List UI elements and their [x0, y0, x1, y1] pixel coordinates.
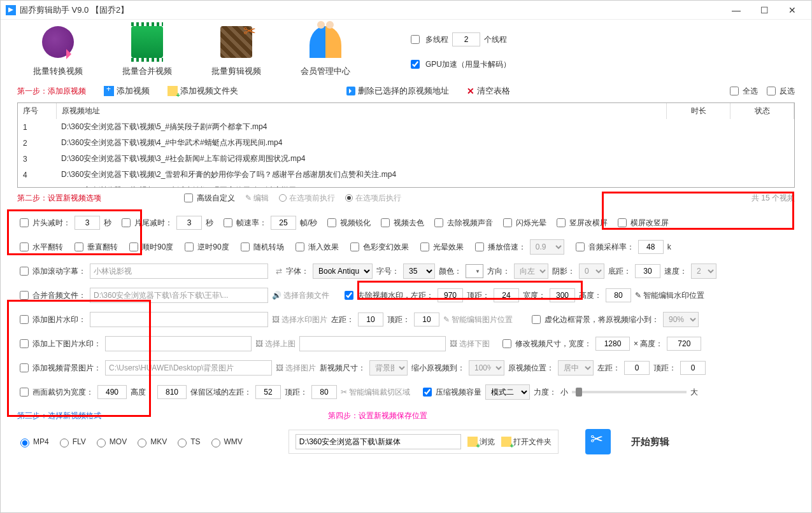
select-wm-img-button[interactable]: 🖼选择水印图片: [272, 314, 327, 325]
keep-left-input[interactable]: [255, 385, 281, 399]
wm-width-input[interactable]: [550, 288, 575, 302]
resize-h-input[interactable]: [667, 337, 701, 351]
tail-trim-checkbox[interactable]: 片尾减时：: [119, 216, 173, 229]
smart-wm-button[interactable]: ✎智能编辑水印位置: [635, 290, 704, 301]
vflip-checkbox[interactable]: 垂直翻转: [72, 241, 118, 253]
wm-height-input[interactable]: [606, 288, 631, 302]
head-trim-checkbox[interactable]: 片头减时：: [17, 216, 71, 229]
compress-checkbox[interactable]: 压缩视频容量: [420, 386, 481, 398]
rand-trans-checkbox[interactable]: 随机转场: [238, 241, 284, 253]
bg-img-checkbox[interactable]: 添加视频背景图片：: [17, 362, 101, 374]
fmt-ts[interactable]: TS: [175, 437, 200, 447]
font-swap-icon[interactable]: ⇄: [276, 267, 282, 276]
v2h-checkbox[interactable]: 竖屏改横屏: [554, 216, 608, 229]
close-button[interactable]: ✕: [778, 1, 806, 19]
audio-path-input[interactable]: [90, 288, 268, 303]
keep-top-input[interactable]: [311, 385, 337, 399]
resize-w-input[interactable]: [595, 337, 630, 351]
pos-left-input[interactable]: [624, 361, 650, 375]
text-speed-select[interactable]: 2: [691, 264, 716, 279]
clear-table-button[interactable]: ✕ 清空表格: [467, 85, 510, 97]
save-path-input[interactable]: [296, 434, 461, 449]
tail-trim-input[interactable]: [176, 216, 202, 230]
add-folder-button[interactable]: 添加视频文件夹: [167, 85, 238, 97]
color-shift-checkbox[interactable]: 色彩变幻效果: [348, 241, 409, 253]
samplerate-checkbox[interactable]: 音频采样率：: [573, 241, 634, 253]
img-top-input[interactable]: [414, 313, 439, 327]
table-row[interactable]: 3D:\360安全浏览器下载\视频\3_#社会新闻#上车前记得观察周围状况.mp…: [18, 151, 794, 167]
advanced-checkbox[interactable]: 高级自定义: [182, 192, 235, 204]
select-bottom-button[interactable]: 🖼选择下图: [450, 339, 490, 349]
bg-path-input[interactable]: [105, 360, 272, 376]
merge-tool[interactable]: 批量合并视频: [109, 26, 185, 77]
convert-tool[interactable]: 批量转换视频: [20, 26, 96, 77]
edit-tool[interactable]: 批量剪辑视频: [198, 26, 274, 77]
fps-input[interactable]: [271, 216, 296, 230]
maximize-button[interactable]: ☐: [750, 1, 778, 19]
pos-top-input[interactable]: [680, 361, 706, 375]
minimize-button[interactable]: —: [722, 1, 750, 19]
sharpen-checkbox[interactable]: 视频锐化: [325, 216, 371, 229]
fps-checkbox[interactable]: 帧速率：: [221, 216, 267, 229]
bg-mode-select[interactable]: 背景图: [369, 360, 408, 376]
pos-select[interactable]: 居中: [558, 360, 594, 376]
blur-edge-checkbox[interactable]: 虚化边框背景，将原视频缩小到：: [529, 313, 659, 326]
font-select[interactable]: Book Antiqua: [313, 264, 373, 279]
open-folder-button[interactable]: 打开文件夹: [501, 437, 552, 447]
compress-mode-select[interactable]: 模式二: [485, 384, 530, 400]
smart-img-button[interactable]: ✎智能编辑图片位置: [443, 314, 513, 325]
fmt-mp4[interactable]: MP4: [17, 437, 49, 447]
mute-checkbox[interactable]: 去除视频声音: [432, 216, 493, 229]
flash-checkbox[interactable]: 闪烁光晕: [501, 216, 546, 229]
speed-checkbox[interactable]: 播放倍速：: [473, 241, 526, 253]
merge-audio-checkbox[interactable]: 合并音频文件：: [17, 289, 86, 302]
browse-button[interactable]: 浏览: [467, 437, 495, 447]
blur-select[interactable]: 90%: [663, 312, 699, 327]
scrolltext-checkbox[interactable]: 添加滚动字幕：: [17, 265, 86, 278]
select-all-checkbox[interactable]: 全选: [727, 85, 758, 97]
intensity-slider[interactable]: [572, 391, 687, 393]
fontsize-select[interactable]: 35: [403, 264, 435, 279]
ccw90-checkbox[interactable]: 逆时90度: [182, 241, 229, 253]
halo-checkbox[interactable]: 光晕效果: [418, 241, 464, 253]
exec-before-radio[interactable]: 在选项前执行: [279, 193, 335, 204]
h2v-checkbox[interactable]: 横屏改竖屏: [615, 216, 669, 229]
font-color-picker[interactable]: [466, 264, 483, 278]
crop-h-input[interactable]: [157, 385, 187, 399]
hflip-checkbox[interactable]: 水平翻转: [17, 241, 63, 253]
fmt-mkv[interactable]: MKV: [134, 437, 167, 447]
add-video-button[interactable]: 添加视频: [104, 85, 150, 97]
table-row[interactable]: 4D:\360安全浏览器下载\视频\2_雪碧和牙膏的妙用你学会了吗？感谢平台感谢…: [18, 167, 794, 183]
fmt-flv[interactable]: FLV: [57, 437, 86, 447]
tb-wm-input2[interactable]: [299, 336, 446, 351]
table-row[interactable]: 1D:\360安全浏览器下载\视频\5_#搞笑段子剧#两个都拿下.mp4: [18, 119, 794, 135]
start-icon[interactable]: [585, 429, 611, 454]
samplerate-input[interactable]: [638, 240, 664, 254]
table-row[interactable]: 5D:\360安全浏览器下载\视频\1_#生活小妙招#喝不完的雪碧可以这样用.m…: [18, 183, 794, 188]
fmt-mov[interactable]: MOV: [94, 437, 127, 447]
shrink-select[interactable]: 100%: [469, 360, 504, 376]
member-tool[interactable]: 会员管理中心: [287, 26, 364, 77]
select-top-button[interactable]: 🖼选择上图: [255, 339, 296, 349]
img-watermark-checkbox[interactable]: 添加图片水印：: [17, 313, 86, 326]
exec-after-radio[interactable]: 在选项后执行: [345, 193, 401, 204]
select-audio-button[interactable]: 🔊选择音频文件: [272, 290, 329, 301]
remove-watermark-checkbox[interactable]: 去除视频水印，左距：: [342, 289, 434, 302]
smart-crop-button[interactable]: ✂智能编辑裁切区域: [341, 387, 410, 398]
desat-checkbox[interactable]: 视频去色: [378, 216, 424, 229]
tb-wm-input[interactable]: [105, 336, 252, 351]
bottom-dist-input[interactable]: [635, 264, 660, 278]
speed-select[interactable]: 0.9: [530, 239, 564, 255]
direction-select[interactable]: 向左: [514, 264, 548, 279]
tb-wm-checkbox[interactable]: 添加上下图片水印：: [17, 337, 101, 350]
wm-top-input[interactable]: [494, 288, 519, 302]
shadow-select[interactable]: 0: [579, 264, 604, 279]
head-trim-input[interactable]: [75, 216, 100, 230]
wm-left-input[interactable]: [438, 288, 463, 302]
start-button[interactable]: 开始剪辑: [631, 436, 669, 448]
invert-select-checkbox[interactable]: 反选: [764, 85, 795, 97]
thread-count-input[interactable]: [452, 32, 480, 46]
table-row[interactable]: 2D:\360安全浏览器下载\视频\4_#中华武术#蜻蜓点水再现民间.mp4: [18, 135, 794, 151]
resize-checkbox[interactable]: 修改视频尺寸，宽度：: [500, 337, 592, 350]
img-left-input[interactable]: [358, 313, 383, 327]
